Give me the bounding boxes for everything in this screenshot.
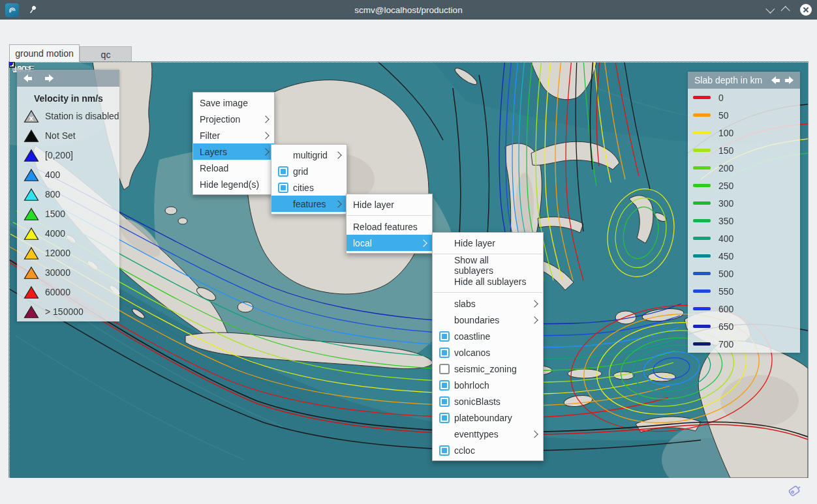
legend-prev-icon[interactable] xyxy=(771,76,780,84)
menu-item[interactable]: bohrloch xyxy=(433,377,543,393)
menu-item[interactable]: boundaries xyxy=(433,312,543,328)
menu-item[interactable]: Reload xyxy=(193,160,274,176)
maximize-icon[interactable] xyxy=(781,6,790,15)
checkbox-icon xyxy=(439,364,450,374)
menu-separator xyxy=(347,215,431,216)
velocity-legend-item: x 12000 xyxy=(17,243,119,263)
window-title: scmv@localhost/production xyxy=(0,5,817,15)
line-swatch xyxy=(693,272,711,275)
velocity-legend: Velocity in nm/s x Station is disabled xyxy=(17,70,119,321)
menu-item[interactable]: coastline xyxy=(433,328,543,344)
velocity-legend-item: x 4000 xyxy=(17,224,119,243)
menu-item[interactable]: Hide layer xyxy=(433,235,543,251)
line-swatch xyxy=(693,237,711,240)
triangle-swatch-icon: x xyxy=(23,207,39,221)
menu-item[interactable]: plateboundary xyxy=(433,409,543,426)
menu-item[interactable]: Hide layer xyxy=(347,196,432,213)
checkbox-icon xyxy=(278,183,288,193)
app-window: scmv@localhost/production ground motionq… xyxy=(0,0,817,504)
velocity-legend-item: x [0,200] xyxy=(17,145,119,165)
menu-item[interactable]: Hide all sublayers xyxy=(433,273,543,289)
line-swatch xyxy=(693,219,711,222)
menu-item[interactable]: local xyxy=(347,235,432,251)
line-swatch xyxy=(693,166,711,170)
velocity-legend-title: Velocity in nm/s xyxy=(17,87,119,106)
menu-item[interactable]: volcanos xyxy=(433,344,543,361)
menu-item[interactable]: Hide legend(s) xyxy=(193,176,274,192)
velocity-legend-label: Station is disabled xyxy=(45,111,119,121)
slab-legend-label: 250 xyxy=(718,181,733,191)
submenu-arrow-icon xyxy=(262,132,269,139)
submenu-arrow-icon xyxy=(262,148,269,155)
triangle-swatch-icon: x xyxy=(23,110,39,123)
slab-legend-item: 500 xyxy=(688,265,800,282)
menu-item[interactable]: Show all sublayers xyxy=(433,257,543,273)
legend-next-icon[interactable] xyxy=(785,76,794,84)
triangle-swatch-icon: x xyxy=(23,188,39,201)
checkbox-icon xyxy=(439,348,450,358)
triangle-swatch-icon: x xyxy=(23,168,39,182)
menubar-item[interactable] xyxy=(18,27,34,33)
map-tool-icon xyxy=(786,483,803,501)
status-strip xyxy=(0,478,817,504)
menu-item[interactable]: Reload features xyxy=(347,218,432,235)
slab-legend-label: 550 xyxy=(718,286,733,297)
submenu-arrow-icon xyxy=(531,300,538,307)
tabbar: ground motionqc xyxy=(0,40,817,62)
velocity-legend-item: x 800 xyxy=(17,185,119,204)
slab-legend-label: 200 xyxy=(718,163,733,173)
velocity-legend-label: [0,200] xyxy=(45,150,73,160)
slab-legend-label: 700 xyxy=(718,339,733,349)
velocity-legend-label: 12000 xyxy=(45,248,70,258)
slab-legend-item: 600 xyxy=(688,300,800,318)
tab[interactable]: ground motion xyxy=(9,44,80,62)
submenu-arrow-icon xyxy=(334,151,341,158)
checkbox-icon xyxy=(439,413,450,423)
velocity-legend-item: x > 150000 xyxy=(17,302,119,321)
menubar xyxy=(0,20,817,40)
velocity-legend-label: 400 xyxy=(45,170,60,180)
menu-item[interactable]: features xyxy=(271,196,347,212)
legend-prev-icon[interactable] xyxy=(23,74,32,82)
slab-depth-legend-header: Slab depth in km xyxy=(688,72,800,89)
velocity-legend-item: x Station is disabled xyxy=(17,106,119,126)
menu-item[interactable]: Filter xyxy=(193,127,274,143)
tab[interactable]: qc xyxy=(80,46,132,62)
slab-legend-item: 50 xyxy=(688,106,800,124)
triangle-swatch-icon: x xyxy=(23,149,39,162)
menu-item[interactable]: eventtypes xyxy=(433,426,543,442)
checkbox-icon xyxy=(439,380,450,391)
slab-legend-item: 100 xyxy=(688,124,800,141)
menu-item[interactable]: multigrid xyxy=(271,147,347,163)
menu-item[interactable]: grid xyxy=(271,163,347,179)
velocity-legend-item: x 60000 xyxy=(17,282,119,302)
menu-item[interactable]: slabs xyxy=(433,295,543,312)
slab-legend-label: 650 xyxy=(718,321,733,332)
menubar-item[interactable] xyxy=(1,27,17,33)
close-icon[interactable] xyxy=(800,4,812,16)
minimize-icon[interactable] xyxy=(765,5,775,14)
checkbox-icon xyxy=(439,331,450,342)
menu-item[interactable]: Layers xyxy=(193,143,274,160)
menu-item[interactable]: seismic_zoning xyxy=(433,361,543,377)
line-swatch xyxy=(693,289,711,293)
slab-legend-label: 450 xyxy=(718,251,733,261)
line-swatch xyxy=(693,131,711,134)
velocity-legend-label: 30000 xyxy=(45,267,70,278)
map-view[interactable]: 100 E110 E120 E130 E 010 S Velocity in n… xyxy=(9,62,808,478)
slab-legend-item: 250 xyxy=(688,177,800,194)
line-swatch xyxy=(693,254,711,258)
velocity-legend-label: 1500 xyxy=(45,209,65,219)
menu-item[interactable]: cities xyxy=(271,179,347,196)
menu-item[interactable]: sonicBlasts xyxy=(433,393,543,409)
menu-item[interactable]: Save image xyxy=(193,95,274,111)
menu-item[interactable]: Projection xyxy=(193,111,274,127)
local-submenu: Hide layer Show all sublayers Hide all s… xyxy=(432,232,544,461)
velocity-legend-label: Not Set xyxy=(45,130,76,141)
menu-item[interactable]: ccloc xyxy=(433,442,543,458)
menu-separator xyxy=(433,292,542,293)
slab-legend-label: 50 xyxy=(718,110,729,121)
line-swatch xyxy=(693,113,711,117)
line-swatch xyxy=(693,342,711,346)
legend-next-icon[interactable] xyxy=(45,74,54,82)
